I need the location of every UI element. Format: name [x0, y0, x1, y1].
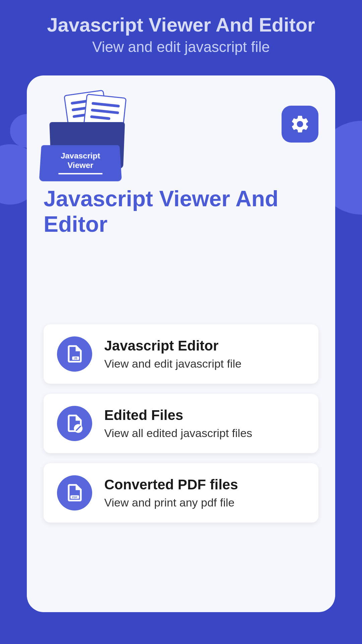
page-title: Javascript Viewer And Editor	[7, 13, 355, 36]
folder-illustration: JavascriptViewer	[44, 92, 131, 179]
menu-item-title: Javascript Editor	[104, 338, 241, 354]
pdf-file-icon: PDF	[57, 475, 92, 511]
menu-item-title: Converted PDF files	[104, 477, 238, 493]
main-card: JavascriptViewer Javascript Viewer And E…	[27, 75, 335, 612]
menu-item-javascript-editor[interactable]: JS Javascript Editor View and edit javas…	[44, 324, 318, 384]
card-title: Javascript Viewer And Editor	[44, 186, 318, 237]
svg-text:PDF: PDF	[72, 496, 77, 499]
menu-item-subtitle: View all edited javascript files	[104, 427, 252, 440]
gear-icon	[290, 114, 310, 135]
folder-label: JavascriptViewer	[60, 152, 101, 170]
page-subtitle: View and edit javascript file	[7, 39, 355, 55]
menu-item-subtitle: View and print any pdf file	[104, 496, 238, 509]
menu-item-title: Edited Files	[104, 407, 252, 423]
settings-button[interactable]	[282, 106, 318, 143]
menu-item-converted-pdf[interactable]: PDF Converted PDF files View and print a…	[44, 463, 318, 523]
svg-text:JS: JS	[74, 357, 77, 360]
menu-item-subtitle: View and edit javascript file	[104, 357, 241, 370]
page-header: Javascript Viewer And Editor View and ed…	[0, 0, 362, 65]
folder-front-icon: JavascriptViewer	[39, 145, 122, 181]
menu-item-edited-files[interactable]: Edited Files View all edited javascript …	[44, 394, 318, 453]
js-file-icon: JS	[57, 336, 92, 372]
file-edit-icon	[57, 406, 92, 441]
